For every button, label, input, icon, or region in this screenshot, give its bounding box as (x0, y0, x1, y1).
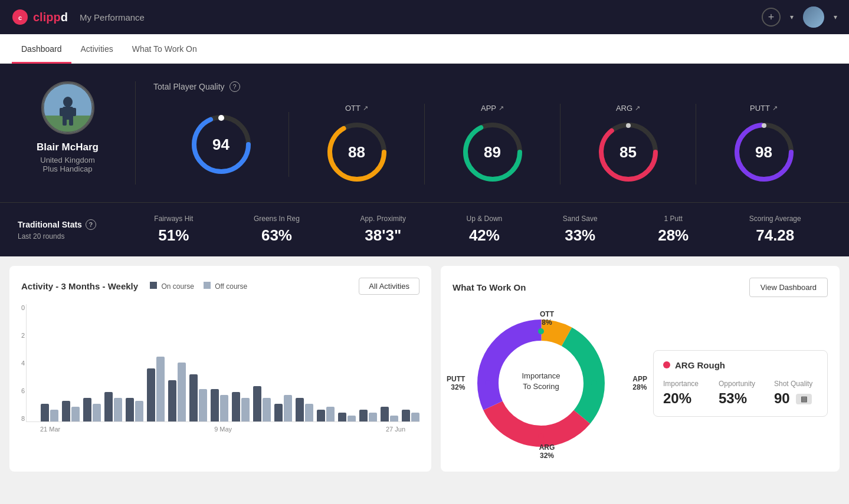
legend-on-course: On course (150, 282, 194, 291)
avatar-chevron: ▾ (834, 13, 837, 21)
stat-scoring-label: Scoring Average (749, 215, 801, 223)
bar-light (284, 395, 292, 421)
bar-dark (41, 404, 49, 421)
score-app: APP ↗ 89 (425, 104, 560, 185)
logo: c clippd (12, 9, 68, 25)
stat-proximity: App. Proximity 38'3" (360, 215, 406, 245)
header: c clippd My Performance + ▾ ▾ (0, 0, 849, 34)
stats-subtitle: Last 20 rounds (18, 232, 124, 241)
app-indicator (538, 328, 544, 334)
tab-what-to-work-on[interactable]: What To Work On (123, 36, 206, 64)
bar-light (114, 398, 122, 421)
bar-light (178, 363, 186, 421)
bar-group-9 (211, 389, 228, 421)
label-ott: OTT 8% (540, 310, 554, 327)
stat-gir: Greens In Reg 63% (254, 215, 300, 245)
player-handicap: Plus Handicap (43, 164, 93, 173)
view-dashboard-button[interactable]: View Dashboard (749, 278, 828, 297)
bar-dark (253, 386, 261, 421)
bar-light (156, 357, 165, 421)
app-arrow-icon: ↗ (499, 104, 504, 112)
stat-sandsave: Sand Save 33% (563, 215, 598, 245)
arg-arrow-icon: ↗ (635, 104, 640, 112)
bar-dark (126, 398, 134, 421)
bar-group-18 (402, 410, 419, 421)
label-putt: PUTT 32% (447, 375, 465, 391)
bar-chart-area: 21 Mar 9 May 27 Jun (21, 304, 419, 433)
bar-dark (62, 401, 70, 421)
bar-dark (189, 374, 198, 421)
scores-title: Total Player Quality (153, 82, 225, 91)
bar-dark (232, 392, 240, 421)
stat-fairways-value: 51% (154, 226, 193, 245)
scores-help-icon[interactable]: ? (230, 81, 240, 92)
bar-light (71, 407, 80, 421)
scores-header: Total Player Quality ? (153, 81, 831, 92)
bar-group-8 (189, 374, 207, 421)
activity-header-left: Activity - 3 Months - Weekly On course O… (21, 281, 247, 291)
score-rings: 94 OTT ↗ 88 APP (153, 104, 831, 185)
bar-dark (274, 404, 283, 421)
bar-group-7 (168, 363, 186, 421)
app-right-indicator (591, 380, 597, 386)
svg-point-6 (63, 97, 73, 107)
player-name: Blair McHarg (37, 141, 99, 153)
stat-oneputt: 1 Putt 28% (658, 215, 689, 245)
svg-rect-9 (71, 108, 76, 116)
score-total: 94 (153, 112, 289, 177)
wtwon-detail-title: ARG Rough (663, 360, 818, 370)
stat-sandsave-value: 33% (563, 226, 598, 245)
score-arg-value: 85 (619, 143, 637, 162)
label-arg: ARG 32% (539, 443, 555, 460)
bar-group-17 (381, 407, 398, 421)
ott-arrow-icon: ↗ (363, 104, 368, 112)
svg-point-22 (626, 123, 631, 128)
activity-chart-header: Activity - 3 Months - Weekly On course O… (21, 278, 419, 295)
svg-point-25 (762, 123, 766, 128)
tab-dashboard[interactable]: Dashboard (12, 36, 71, 64)
detail-importance: Importance 20% (663, 380, 707, 407)
shot-quality-value: 90 ▤ (774, 390, 818, 407)
stat-updown-label: Up & Down (467, 215, 503, 223)
tab-activities[interactable]: Activities (71, 36, 123, 64)
all-activities-button[interactable]: All Activities (359, 278, 419, 295)
score-putt-label: PUTT ↗ (750, 104, 778, 113)
detail-dot-icon (663, 361, 670, 368)
bar-light (50, 410, 58, 421)
legend-off-course-dot (204, 282, 211, 289)
stat-oneputt-value: 28% (658, 226, 689, 245)
stat-gir-label: Greens In Reg (254, 215, 300, 223)
activity-chart-card: Activity - 3 Months - Weekly On course O… (9, 266, 431, 472)
user-avatar[interactable] (803, 6, 824, 28)
ring-total: 94 (189, 112, 254, 177)
bar-dark (83, 398, 91, 421)
bar-light (390, 416, 398, 421)
bar-dark (359, 410, 368, 421)
stats-bar: Traditional Stats ? Last 20 rounds Fairw… (0, 202, 849, 256)
shot-quality-badge: ▤ (796, 394, 812, 404)
score-ott-value: 88 (348, 143, 365, 162)
bar-group-10 (232, 392, 250, 421)
donut-center-line1: Importance (522, 371, 560, 380)
header-title: My Performance (80, 12, 145, 22)
charts-section: Activity - 3 Months - Weekly On course O… (0, 256, 849, 481)
nav-tabs: Dashboard Activities What To Work On (0, 34, 849, 64)
stat-proximity-label: App. Proximity (360, 215, 406, 223)
bar-light (411, 413, 419, 421)
bar-light (241, 398, 250, 421)
add-button[interactable]: + (762, 8, 781, 27)
svg-rect-11 (69, 118, 73, 126)
stat-updown-value: 42% (467, 226, 503, 245)
stat-oneputt-label: 1 Putt (658, 215, 689, 223)
ring-putt: 98 (732, 120, 796, 185)
putt-indicator (485, 380, 491, 386)
stats-items: Fairways Hit 51% Greens In Reg 63% App. … (124, 215, 831, 245)
stat-fairways-label: Fairways Hit (154, 215, 193, 223)
stats-help-icon[interactable]: ? (86, 219, 96, 230)
donut-svg: Importance To Scoring (453, 307, 630, 460)
stat-scoring: Scoring Average 74.28 (749, 215, 801, 245)
bar-group-3 (83, 398, 101, 421)
arg-indicator (538, 433, 544, 439)
bar-light (348, 416, 356, 421)
bar-chart-wrapper: 8 6 4 2 0 (21, 304, 419, 433)
